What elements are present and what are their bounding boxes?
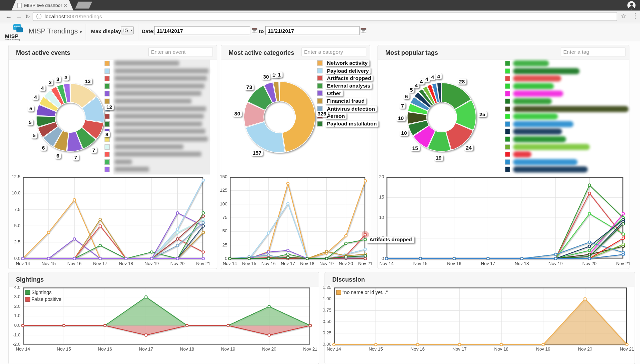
- category-legend-swatch: [317, 83, 322, 88]
- events-line-xlabel: Nov 20: [170, 261, 185, 266]
- tags-line-xlabel: Nov 20: [582, 261, 597, 266]
- misp-logo-bubble2-icon: [16, 27, 23, 32]
- events-line-ytick: 12.5: [7, 174, 20, 179]
- reload-button[interactable]: ↻: [25, 12, 30, 21]
- tab-title: MISP live dashboard: [24, 3, 62, 8]
- event-legend-redacted-name: [115, 83, 204, 88]
- tag-legend-redacted-pill: [513, 106, 629, 112]
- categories-line-xlabel: Nov 18: [300, 261, 314, 266]
- sightings-line-xlabel: Nov 17: [139, 347, 153, 352]
- events-donut-value-label: 4: [32, 94, 39, 100]
- categories-line-ytick: 0: [214, 256, 227, 261]
- sightings-line-ytick: 1.0: [7, 313, 20, 318]
- tags-line: [386, 177, 623, 259]
- events-line-xlabel: Nov 17: [93, 261, 107, 266]
- events-line-xlabel: Nov 21: [196, 261, 210, 266]
- event-legend-swatch: [105, 76, 110, 81]
- tags-line-xlabel: Nov 16: [447, 261, 461, 266]
- tag-search-input[interactable]: [561, 48, 625, 56]
- event-search-input[interactable]: [149, 48, 213, 56]
- categories-line-series: [230, 204, 365, 259]
- discussion-line-ytick: 0.25: [317, 330, 331, 335]
- category-legend-swatch: [317, 91, 322, 96]
- events-panel-title: Most active events: [16, 49, 70, 56]
- tags-donut-value-label: 4: [424, 76, 430, 82]
- discussion-line-ytick: 1.25: [317, 285, 331, 290]
- avatar-body: [629, 6, 634, 9]
- sightings-line-legend-item: False positive: [25, 296, 61, 302]
- event-legend-swatch: [105, 167, 110, 172]
- events-donut-value-label: 3: [63, 74, 69, 80]
- tag-legend-swatch: [505, 83, 510, 89]
- sightings-panel-title: Sightings: [16, 276, 44, 283]
- calendar-icon[interactable]: [361, 28, 366, 33]
- discussion-line-legend-swatch: [336, 290, 341, 295]
- categories-panel-title: Most active categories: [229, 49, 294, 56]
- tag-legend-redacted-pill: [513, 129, 562, 135]
- events-donut-value-label: 13: [83, 78, 92, 84]
- tags-donut-value-label: 4: [430, 74, 436, 80]
- tag-legend-redacted-pill: [513, 166, 588, 173]
- sightings-line: [23, 287, 310, 345]
- tags-donut-value-label: 6: [403, 93, 410, 100]
- categories-donut-slice-6: [279, 82, 279, 101]
- browser-menu-icon[interactable]: ⋮: [632, 12, 639, 19]
- category-legend-label: External analysis: [325, 83, 372, 89]
- events-donut-value-label: 5: [28, 105, 34, 112]
- events-line: [23, 177, 203, 259]
- date-from-input[interactable]: [154, 26, 250, 35]
- tags-line-xlabel: Nov 19: [549, 261, 563, 266]
- browser-tab[interactable]: MISP live dashboard ✕: [11, 0, 73, 11]
- discussion-line-xlabel: Nov 15: [368, 347, 383, 352]
- date-to-input[interactable]: [265, 26, 360, 35]
- back-button[interactable]: ←: [5, 12, 12, 21]
- bookmark-star-icon[interactable]: ☆: [621, 13, 626, 20]
- profile-avatar-icon[interactable]: [627, 1, 636, 10]
- discussion-line-xlabel: Nov 19: [536, 347, 550, 352]
- misp-dashboard-page: MISP live dashboard ✕ ← → ↻ ⓘ localhost:…: [0, 0, 640, 364]
- event-legend-redacted-name: [115, 91, 201, 96]
- categories-line-series: [230, 181, 365, 259]
- max-display-select[interactable]: 15▾: [121, 27, 134, 34]
- date-to-label: to: [259, 28, 264, 34]
- events-line-ytick: 0.0: [7, 256, 20, 261]
- tag-legend-swatch: [505, 61, 510, 66]
- categories-donut-value-label: 157: [251, 150, 263, 156]
- info-icon[interactable]: ⓘ: [36, 13, 41, 20]
- sightings-line-xlabel: Nov 20: [262, 347, 276, 352]
- tags-donut-value-label: 25: [478, 111, 487, 118]
- sightings-line-xlabel: Nov 16: [98, 347, 112, 352]
- events-line-ytick: 10.0: [7, 190, 20, 195]
- categories-donut-value-label: 1: [276, 72, 283, 78]
- categories-line-xlabel: Nov 17: [281, 261, 295, 266]
- tag-legend-redacted-pill: [513, 151, 531, 158]
- url-bar[interactable]: ⓘ localhost:8001/trendings: [33, 12, 617, 21]
- misp-logo[interactable]: MISP Threat Sharing: [5, 24, 24, 40]
- events-line-ytick: 2.5: [7, 239, 20, 244]
- max-display-label: Max display:: [91, 28, 123, 34]
- calendar-icon[interactable]: [252, 28, 257, 33]
- events-donut-value-label: 8: [104, 131, 110, 138]
- category-legend-swatch: [317, 98, 322, 103]
- events-donut-value-label: 6: [40, 144, 47, 151]
- events-donut-value-label: 6: [55, 153, 61, 159]
- categories-line-ytick: 125: [214, 188, 227, 193]
- tab-close-icon[interactable]: ✕: [63, 3, 68, 8]
- tags-line-xlabel: Nov 14: [380, 261, 394, 266]
- category-legend-label: Payload delivery: [325, 68, 371, 74]
- sightings-line-xlabel: Nov 19: [221, 347, 235, 352]
- events-line-series: [23, 213, 203, 259]
- tag-legend-swatch: [505, 114, 510, 119]
- category-search-input[interactable]: [302, 48, 366, 56]
- tag-legend-swatch: [505, 167, 510, 172]
- category-legend-label: Person: [325, 113, 347, 119]
- forward-button[interactable]: →: [16, 12, 22, 21]
- events-line-xlabel: Nov 18: [119, 261, 133, 266]
- trendings-menu[interactable]: MISP Trendings ▾: [29, 27, 82, 36]
- categories-line-xlabel: Nov 15: [242, 261, 256, 266]
- tag-legend-redacted-pill: [513, 98, 552, 104]
- discussion-line-ytick: 1.00: [317, 296, 331, 301]
- brand-subtitle: Threat Sharing: [5, 38, 20, 41]
- page-icon: [17, 3, 22, 8]
- select-caret-icon: ▾: [131, 29, 132, 32]
